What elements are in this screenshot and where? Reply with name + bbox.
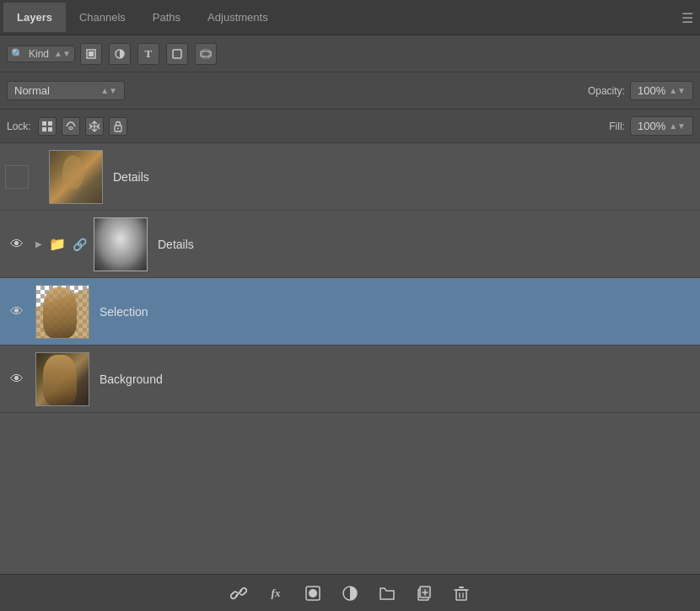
layer-item[interactable]: Details (0, 143, 700, 211)
opacity-input[interactable]: 100% ▲▼ (630, 81, 693, 100)
svg-rect-7 (48, 121, 52, 126)
opacity-group: Opacity: 100% ▲▼ (588, 81, 693, 100)
tab-paths[interactable]: Paths (139, 3, 194, 32)
blend-mode-value: Normal (14, 84, 97, 97)
svg-rect-9 (48, 127, 52, 131)
folder-icon: 📁 (49, 236, 66, 252)
filter-icons: T (80, 43, 217, 65)
layer-style-button[interactable]: fx (264, 582, 288, 605)
visibility-toggle[interactable] (5, 165, 29, 189)
lock-icons (38, 117, 127, 136)
svg-rect-3 (173, 50, 181, 58)
opacity-value: 100% (638, 84, 665, 97)
layer-thumbnail (35, 285, 89, 339)
svg-point-15 (309, 589, 317, 598)
group-arrow-icon[interactable]: ▶ (35, 239, 42, 249)
new-layer-button[interactable] (412, 582, 436, 605)
filter-adjustment-icon[interactable] (109, 43, 131, 65)
fill-arrow: ▲▼ (669, 121, 686, 131)
layer-thumbnail (35, 352, 89, 406)
svg-rect-8 (42, 127, 46, 131)
filter-shape-icon[interactable] (166, 43, 188, 65)
fill-value: 100% (638, 120, 665, 132)
layer-name: Background (100, 372, 163, 386)
panel-menu-icon[interactable]: ☰ (681, 10, 693, 26)
layer-item[interactable]: 👁 Selection (0, 278, 700, 346)
svg-point-10 (69, 126, 73, 129)
tab-bar: Layers Channels Paths Adjustments ☰ (0, 0, 700, 35)
layer-name: Details (113, 170, 149, 184)
layer-name: Selection (100, 305, 148, 319)
svg-rect-6 (42, 121, 46, 126)
layer-name: Details (158, 238, 194, 251)
blend-mode-select[interactable]: Normal ▲▼ (7, 81, 125, 100)
svg-rect-1 (89, 51, 94, 56)
add-mask-button[interactable] (301, 582, 325, 605)
filter-type-select[interactable]: 🔍 Kind ▲▼ (7, 46, 75, 62)
link-layers-button[interactable] (227, 582, 250, 605)
new-adjustment-button[interactable] (338, 582, 362, 605)
visibility-toggle[interactable]: 👁 (5, 372, 29, 387)
layer-thumbnail (49, 150, 103, 204)
visibility-toggle[interactable]: 👁 (5, 304, 29, 319)
search-icon: 🔍 (11, 48, 24, 60)
link-icon: 🔗 (73, 238, 87, 251)
visibility-toggle[interactable]: 👁 (5, 237, 29, 252)
fx-label: fx (272, 587, 281, 600)
bottom-bar: fx (0, 574, 700, 611)
tab-layers[interactable]: Layers (3, 3, 66, 32)
lock-move-button[interactable] (85, 117, 104, 136)
blend-row: Normal ▲▼ Opacity: 100% ▲▼ (0, 72, 700, 110)
lock-row: Lock: (0, 110, 700, 143)
fill-group: Fill: 100% ▲▼ (609, 116, 693, 136)
new-group-button[interactable] (375, 582, 399, 605)
filter-type-label: Kind (27, 48, 51, 60)
layer-item[interactable]: 👁 ▶ 📁 🔗 Details (0, 211, 700, 278)
layers-list[interactable]: Details 👁 ▶ 📁 🔗 Details 👁 Selection (0, 143, 700, 574)
delete-layer-button[interactable] (450, 582, 473, 605)
layers-panel: Layers Channels Paths Adjustments ☰ 🔍 Ki… (0, 0, 700, 611)
fill-label: Fill: (609, 121, 625, 132)
layer-item[interactable]: 👁 Background (0, 346, 700, 413)
tab-adjustments[interactable]: Adjustments (194, 3, 282, 32)
blend-mode-arrow: ▲▼ (100, 86, 117, 95)
eye-icon: 👁 (10, 372, 24, 387)
lock-pixels-button[interactable] (38, 117, 57, 136)
filter-smart-icon[interactable] (195, 43, 217, 65)
opacity-arrow: ▲▼ (669, 86, 686, 95)
filter-text-icon[interactable]: T (137, 43, 159, 65)
filter-bar: 🔍 Kind ▲▼ T (0, 35, 700, 72)
lock-all-button[interactable] (109, 117, 127, 136)
lock-label: Lock: (7, 121, 31, 132)
opacity-label: Opacity: (588, 85, 625, 97)
eye-icon: 👁 (10, 304, 24, 319)
svg-rect-21 (456, 590, 466, 600)
eye-icon: 👁 (10, 237, 24, 252)
svg-point-12 (117, 127, 119, 129)
tab-channels[interactable]: Channels (66, 3, 139, 32)
fill-input[interactable]: 100% ▲▼ (630, 116, 693, 136)
layer-thumbnail (94, 217, 148, 271)
lock-position-button[interactable] (62, 117, 80, 136)
filter-pixel-icon[interactable] (80, 43, 102, 65)
filter-arrow-icon: ▲▼ (54, 49, 71, 58)
